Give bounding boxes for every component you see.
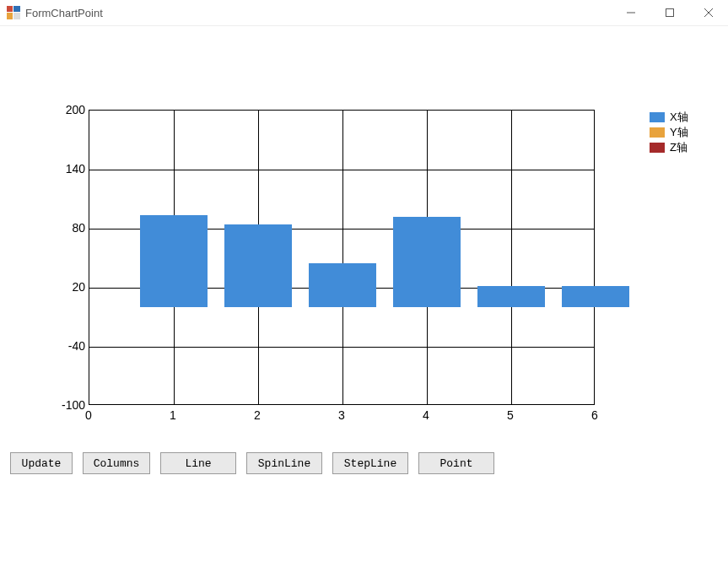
- titlebar: FormChartPoint: [0, 0, 728, 26]
- chart-xtick: 6: [591, 408, 598, 422]
- app-icon: [7, 6, 20, 19]
- legend-label: Z轴: [670, 140, 688, 155]
- button-row: Update Columns Line SpinLine StepLine Po…: [10, 452, 494, 474]
- chart-ytick: 20: [55, 280, 85, 294]
- legend-swatch: [650, 143, 665, 153]
- spinline-button[interactable]: SpinLine: [246, 452, 322, 474]
- chart-ytick: -100: [55, 398, 85, 412]
- maximize-button[interactable]: [650, 0, 689, 25]
- legend-item: Y轴: [650, 125, 709, 140]
- chart-bar: [140, 215, 208, 308]
- legend-label: X轴: [670, 110, 688, 125]
- chart-bar: [224, 224, 292, 307]
- chart-bar: [393, 217, 461, 307]
- chart-gridline-h: [89, 170, 594, 170]
- legend-label: Y轴: [670, 125, 688, 140]
- chart-bar: [477, 286, 545, 308]
- close-button[interactable]: [689, 0, 728, 25]
- legend-swatch: [650, 112, 665, 122]
- chart-xtick: 3: [338, 408, 345, 422]
- chart-ytick: 80: [55, 221, 85, 235]
- chart-gridline-h: [89, 347, 594, 348]
- window-title: FormChartPoint: [25, 7, 103, 19]
- chart-gridline-v: [342, 111, 343, 404]
- svg-rect-3: [13, 13, 20, 19]
- chart-legend: X轴Y轴Z轴: [650, 110, 709, 155]
- chart-bar: [309, 263, 376, 308]
- legend-item: X轴: [650, 110, 709, 125]
- chart-xtick: 2: [254, 408, 261, 422]
- chart-xtick: 0: [85, 408, 92, 422]
- chart-ytick: -40: [55, 339, 85, 353]
- chart-plot-area: [89, 110, 595, 405]
- svg-rect-2: [7, 13, 13, 19]
- chart-xtick: 4: [423, 408, 429, 422]
- minimize-button[interactable]: [612, 0, 650, 25]
- chart-ytick: 200: [55, 103, 85, 116]
- stepline-button[interactable]: StepLine: [332, 452, 408, 474]
- legend-item: Z轴: [650, 140, 709, 155]
- columns-button[interactable]: Columns: [83, 452, 150, 474]
- chart-ytick: 140: [55, 162, 85, 176]
- legend-swatch: [650, 127, 665, 138]
- svg-rect-0: [7, 6, 13, 12]
- chart-bar: [562, 286, 629, 308]
- chart-gridline-v: [511, 111, 512, 404]
- svg-rect-5: [666, 9, 674, 17]
- svg-rect-1: [13, 6, 20, 12]
- point-button[interactable]: Point: [418, 452, 494, 474]
- chart-xtick: 5: [507, 408, 514, 422]
- update-button[interactable]: Update: [10, 452, 73, 474]
- chart: -100-402080140200 0123456 X轴Y轴Z轴: [17, 68, 709, 430]
- line-button[interactable]: Line: [160, 452, 236, 474]
- chart-xtick: 1: [170, 408, 176, 422]
